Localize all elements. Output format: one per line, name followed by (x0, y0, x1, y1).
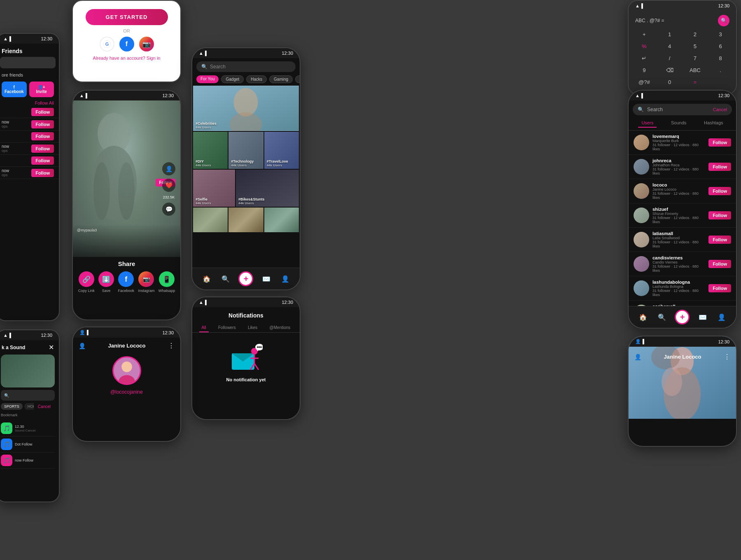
sound-categories: SPORTS HOLLYWOOD RO (1, 403, 34, 410)
grid-item-more2[interactable] (228, 208, 263, 232)
grid-item-travel[interactable]: #TravelLove44k Users (264, 132, 299, 169)
calc-key-9[interactable]: 9 (632, 65, 657, 76)
sound-cancel-button[interactable]: Cancel (34, 404, 55, 410)
add-nav-button[interactable]: + (238, 271, 253, 286)
tab-for-you[interactable]: For You (196, 75, 219, 83)
copy-link-item[interactable]: 🔗 Copy Link (78, 271, 95, 293)
calc-key-6[interactable]: 6 (708, 41, 733, 52)
signin-link[interactable]: Sign in (147, 56, 161, 61)
tab-hashtags[interactable]: Hashtags (701, 119, 726, 128)
bookmark-label[interactable]: Bookmark (0, 411, 59, 419)
cancel-button[interactable]: Cancel (713, 107, 727, 112)
calc-key-enter[interactable]: ↵ (632, 53, 657, 64)
follow-button[interactable]: Follow (31, 145, 54, 153)
facebook-button[interactable]: f Facebook (2, 82, 27, 97)
calc-key-4[interactable]: 4 (657, 41, 682, 52)
grid-item-more1[interactable] (193, 208, 228, 232)
whatsapp-share-item[interactable]: 📱 Whatsapp (158, 271, 175, 293)
sound-search[interactable]: 🔍 (1, 390, 55, 401)
tab-hacks[interactable]: Hacks (246, 75, 267, 83)
friends-search-bar[interactable] (0, 57, 56, 68)
instagram-share-item[interactable]: 📷 Instagram (138, 271, 154, 293)
grid-item-diy[interactable]: #DIY44k Users (193, 132, 228, 169)
calc-key-special[interactable]: @?# (632, 77, 657, 88)
search-bar[interactable]: 🔍 Search Cancel (633, 104, 732, 115)
calc-key-8[interactable]: 8 (708, 53, 733, 64)
tab-gaming[interactable]: Gaming (269, 75, 293, 83)
user-row-latiasmall: latiasmall Latia Smallwood 31 follower ·… (629, 228, 736, 252)
tab-dance[interactable]: Dance (295, 75, 300, 83)
calc-key-equals[interactable]: = (683, 77, 708, 88)
add-button[interactable]: + (675, 310, 690, 324)
follow-button-1[interactable]: Follow (708, 138, 731, 147)
follow-button-2[interactable]: Follow (708, 163, 731, 171)
sound-close-button[interactable]: ✕ (49, 343, 54, 351)
profile-icon[interactable]: 👤 (716, 311, 727, 323)
profile-nav-icon[interactable]: 👤 (280, 273, 291, 285)
follow-button-5[interactable]: Follow (708, 236, 731, 244)
grid-item-celebrities[interactable]: #Celebrities 44k Users (193, 86, 299, 131)
calc-key-plus[interactable]: + (632, 29, 657, 40)
calc-key-backspace[interactable]: ⌫ (657, 65, 682, 76)
instagram-login-button[interactable]: 📷 (139, 37, 154, 51)
calc-key-7[interactable]: 7 (683, 53, 708, 64)
follow-all-button[interactable]: Follow All (0, 100, 59, 106)
calc-key-slash[interactable]: / (657, 53, 682, 64)
celeb-count: 44k Users (196, 126, 217, 129)
follow-button[interactable]: Follow (31, 169, 54, 177)
google-login-button[interactable]: G (100, 37, 114, 51)
tab-users[interactable]: Users (638, 119, 657, 128)
heart-icon[interactable]: ❤️ (162, 179, 175, 192)
tab-all[interactable]: All (199, 324, 209, 332)
profile2-more-icon[interactable]: ⋮ (724, 353, 730, 361)
status-bar-sound: ▲▐ 12:30 (0, 330, 59, 340)
explore-search-bar[interactable]: 🔍 Search (196, 61, 296, 72)
facebook-share-item[interactable]: f Facebook (118, 271, 134, 293)
calc-key-1[interactable]: 1 (657, 29, 682, 40)
inbox-icon[interactable]: ✉️ (697, 311, 708, 323)
comment-icon[interactable]: 💬 (162, 203, 175, 216)
tab-mentions[interactable]: @Mentions (267, 324, 293, 332)
follow-button[interactable]: Follow (31, 132, 54, 140)
tab-gadget[interactable]: Gadget (221, 75, 244, 83)
save-item[interactable]: ⬇️ Save (98, 271, 114, 293)
calc-key-percent[interactable]: % (632, 41, 657, 52)
grid-item-selfie[interactable]: #Selfie44k Users (193, 170, 235, 207)
calc-key-2[interactable]: 2 (683, 29, 708, 40)
follow-button[interactable]: Follow (31, 108, 54, 116)
sports-category[interactable]: SPORTS (1, 403, 23, 410)
tab-likes[interactable]: Likes (245, 324, 260, 332)
status-time: 12:30 (41, 36, 52, 41)
get-started-button[interactable]: GET STARTED (86, 9, 168, 25)
follow-button-4[interactable]: Follow (708, 211, 731, 219)
tab-sounds[interactable]: Sounds (668, 119, 690, 128)
follow-button[interactable]: Follow (31, 120, 54, 128)
grid-item-tech[interactable]: #Technology44k Users (228, 132, 263, 169)
calc-key-3[interactable]: 3 (708, 29, 733, 40)
grid-item-bikes[interactable]: #Bikes&Stunts44k Users (236, 170, 299, 207)
grid-item-more3[interactable] (264, 208, 299, 232)
search-input[interactable]: Search (647, 107, 710, 112)
search-nav-icon[interactable]: 🔍 (220, 273, 231, 285)
follow-button-6[interactable]: Follow (708, 260, 731, 268)
follow-button-3[interactable]: Follow (708, 187, 731, 195)
home-icon[interactable]: 🏠 (637, 311, 649, 323)
calc-search-button[interactable]: 🔍 (718, 15, 729, 26)
follow-button[interactable]: Follow (31, 156, 54, 165)
follow-button-7[interactable]: Follow (708, 284, 731, 292)
calc-key-0[interactable]: 0 (657, 77, 682, 88)
calc-key-abc[interactable]: ABC (683, 65, 708, 76)
calc-key-5[interactable]: 5 (683, 41, 708, 52)
search-input[interactable]: Search (210, 64, 226, 70)
facebook-login-button[interactable]: f (119, 37, 134, 51)
calc-key-dot[interactable]: . (708, 65, 733, 76)
back-icon[interactable]: 👤 (79, 343, 86, 349)
home-nav-icon[interactable]: 🏠 (201, 273, 212, 285)
more-options-icon[interactable]: ⋮ (168, 342, 175, 350)
tab-followers[interactable]: Followers (216, 324, 238, 332)
hollywood-category[interactable]: HOLLYWOOD RO (24, 403, 34, 410)
profile2-back-icon[interactable]: 👤 (634, 354, 641, 360)
invite-button[interactable]: 👤+ Invite (29, 82, 54, 97)
search-icon-active[interactable]: 🔍 (656, 311, 668, 323)
inbox-nav-icon[interactable]: ✉️ (261, 273, 272, 285)
